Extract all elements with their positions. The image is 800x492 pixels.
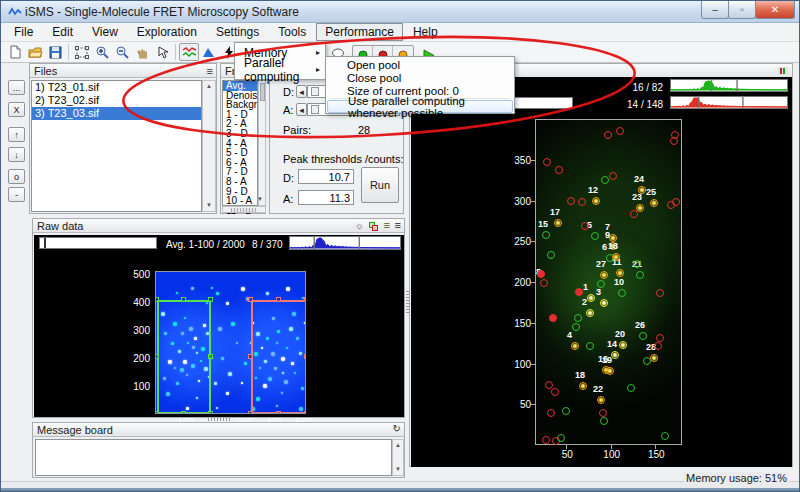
detected-molecule[interactable] xyxy=(586,342,594,350)
frame-item[interactable]: 1 - D xyxy=(223,110,257,120)
frame-item[interactable]: 10 - A xyxy=(223,196,257,206)
peak-image[interactable]: 1234567891011121314151617181920212223242… xyxy=(535,119,682,445)
roi-handle[interactable] xyxy=(155,411,159,414)
detected-molecule[interactable] xyxy=(616,269,624,277)
detected-molecule[interactable] xyxy=(650,354,658,362)
scroll-up-icon[interactable]: ▲ xyxy=(393,440,403,451)
save-icon[interactable] xyxy=(45,43,65,61)
frame-item[interactable]: 8 - A xyxy=(223,177,257,187)
menu-help[interactable]: Help xyxy=(404,23,447,41)
detected-molecule[interactable] xyxy=(562,407,570,415)
detected-molecule[interactable] xyxy=(633,260,641,268)
detected-molecule[interactable] xyxy=(636,271,644,279)
detected-molecule[interactable] xyxy=(609,172,617,180)
detected-molecule[interactable] xyxy=(612,253,620,261)
frame-slider[interactable] xyxy=(39,237,157,249)
close-button[interactable]: ✕ xyxy=(755,1,795,19)
roi-handle[interactable] xyxy=(276,411,281,414)
submenu-item-0[interactable]: Open pool xyxy=(327,58,513,71)
peak-histogram-icon[interactable] xyxy=(199,43,219,61)
roi-handle[interactable] xyxy=(155,297,159,302)
frame-item[interactable]: 5 - D xyxy=(223,148,257,158)
run-button[interactable]: Run xyxy=(361,167,399,203)
detected-molecule[interactable] xyxy=(571,342,579,350)
files-scrollbar[interactable]: ▲ ▼ xyxy=(202,80,216,212)
d-threshold-input[interactable]: 10.7 xyxy=(298,169,354,184)
detected-molecule[interactable] xyxy=(543,158,551,166)
detected-molecule[interactable] xyxy=(616,127,624,135)
detected-molecule[interactable] xyxy=(606,367,614,375)
menu-settings[interactable]: Settings xyxy=(207,23,268,41)
scroll-thumb[interactable] xyxy=(231,208,257,212)
detected-molecule[interactable] xyxy=(592,197,600,205)
roi-handle[interactable] xyxy=(155,354,159,359)
detected-molecule[interactable] xyxy=(639,332,647,340)
roi-handle[interactable] xyxy=(304,354,306,359)
submenu-item-1[interactable]: Close pool xyxy=(327,71,513,84)
files-panel-header[interactable]: Files ≡ xyxy=(30,64,216,78)
roi-handle[interactable] xyxy=(304,297,306,302)
title-bar[interactable]: iSMS - Single-Molecule FRET Microscopy S… xyxy=(1,1,800,23)
detected-molecule[interactable] xyxy=(599,409,607,417)
open-folder-icon[interactable] xyxy=(25,43,45,61)
horizontal-splitter[interactable] xyxy=(208,418,232,421)
menu-file[interactable]: File xyxy=(5,23,42,41)
message-scrollbar[interactable]: ▲ ▼ xyxy=(392,439,404,476)
menu-view[interactable]: View xyxy=(83,23,127,41)
message-board-header[interactable]: Message board ↻ xyxy=(33,423,404,437)
roi-handle[interactable] xyxy=(181,297,186,302)
detected-molecule[interactable] xyxy=(643,357,651,365)
detected-molecule[interactable] xyxy=(579,382,587,390)
frame-item[interactable]: 2 - A xyxy=(223,119,257,129)
slider-thumb[interactable] xyxy=(311,87,319,96)
pan-hand-icon[interactable] xyxy=(132,43,152,61)
list-menu-icon[interactable]: ≡ xyxy=(384,219,390,231)
menu-item-parallel-computing[interactable]: Parallel computing▸ xyxy=(236,61,324,78)
intensity-histogram[interactable] xyxy=(289,236,401,250)
frame-item[interactable]: Denoised xyxy=(223,91,257,101)
detected-molecule[interactable] xyxy=(537,270,545,278)
scroll-down-icon[interactable]: ▼ xyxy=(203,200,215,211)
a-slider-left-arrow[interactable]: ◂ xyxy=(296,103,307,116)
detected-molecule[interactable] xyxy=(630,210,638,218)
d-histogram[interactable] xyxy=(670,79,788,92)
gear-icon[interactable]: ☼ xyxy=(355,220,364,231)
scroll-down-icon[interactable]: ▼ xyxy=(393,464,403,475)
select-cursor-icon[interactable] xyxy=(152,43,172,61)
refresh-icon[interactable]: ↻ xyxy=(393,423,401,434)
raw-data-header[interactable]: Raw data ☼ ≡ ≡ xyxy=(33,219,404,233)
fret-traces-icon[interactable] xyxy=(179,43,199,61)
roi-handle[interactable] xyxy=(304,411,306,414)
list-remove-button[interactable]: X xyxy=(8,102,25,117)
zoom-in-icon[interactable] xyxy=(92,43,112,61)
detected-molecule[interactable] xyxy=(547,251,555,259)
roi-handle[interactable] xyxy=(208,297,213,302)
submenu-item-3[interactable]: Use parallel computing whenever possible xyxy=(327,100,513,113)
detected-molecule[interactable] xyxy=(567,197,575,205)
detected-molecule[interactable] xyxy=(557,434,565,442)
detected-molecule[interactable] xyxy=(575,288,583,296)
detected-molecule[interactable] xyxy=(650,199,658,207)
detected-molecule[interactable] xyxy=(542,436,550,444)
detected-molecule[interactable] xyxy=(597,280,605,288)
frames-hscrollbar[interactable] xyxy=(222,206,266,213)
detected-molecule[interactable] xyxy=(549,314,557,322)
detected-molecule[interactable] xyxy=(654,342,662,350)
frame-item[interactable]: 7 - D xyxy=(223,167,257,177)
frame-item[interactable]: Backgr. xyxy=(223,100,257,110)
roi-handle[interactable] xyxy=(181,411,186,414)
detected-molecule[interactable] xyxy=(586,309,594,317)
marquee-select-icon[interactable] xyxy=(72,43,92,61)
detected-molecule[interactable] xyxy=(656,289,664,297)
list-minus-button[interactable]: - xyxy=(8,187,25,202)
detected-molecule[interactable] xyxy=(600,417,608,425)
menu-exploration[interactable]: Exploration xyxy=(128,23,206,41)
traces-mini-icon[interactable] xyxy=(778,67,788,75)
detected-molecule[interactable] xyxy=(672,198,680,206)
detected-molecule[interactable] xyxy=(581,222,589,230)
a-threshold-input[interactable]: 11.3 xyxy=(298,190,354,205)
detected-molecule[interactable] xyxy=(600,299,608,307)
scroll-down-icon[interactable]: ▼ xyxy=(257,194,263,205)
list-browse-button[interactable]: ... xyxy=(8,80,25,95)
file-item[interactable]: 1) T23_01.sif xyxy=(32,81,201,94)
